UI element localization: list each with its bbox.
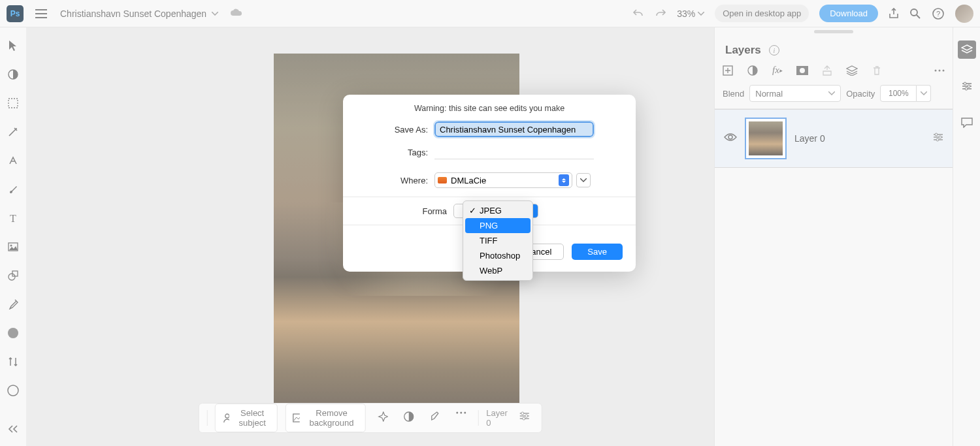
save-as-input[interactable]: [434, 121, 594, 137]
save-button[interactable]: Save: [572, 244, 623, 260]
tags-label: Tags:: [356, 148, 434, 157]
format-option-webp[interactable]: WebP: [465, 263, 531, 278]
where-select[interactable]: DMLaCie: [434, 172, 572, 188]
format-option-png[interactable]: PNG: [465, 218, 531, 233]
format-option-photoshop[interactable]: Photoshop: [465, 248, 531, 263]
disk-icon: [438, 177, 447, 183]
dialog-warning: Warning: this site can see edits you mak…: [343, 95, 636, 119]
format-option-jpeg[interactable]: ✓JPEG: [465, 203, 531, 218]
format-option-tiff[interactable]: TIFF: [465, 233, 531, 248]
format-label: Forma: [343, 206, 453, 216]
check-icon: ✓: [469, 206, 476, 215]
where-value: DMLaCie: [451, 176, 486, 185]
where-label: Where:: [356, 176, 434, 185]
where-expand-button[interactable]: [576, 173, 591, 187]
tags-input[interactable]: [434, 145, 594, 159]
select-arrows-icon: [559, 174, 569, 186]
save-as-label: Save As:: [356, 125, 434, 135]
divider: [343, 197, 636, 197]
format-dropdown: ✓JPEG PNG TIFF Photoshop WebP: [463, 200, 533, 281]
